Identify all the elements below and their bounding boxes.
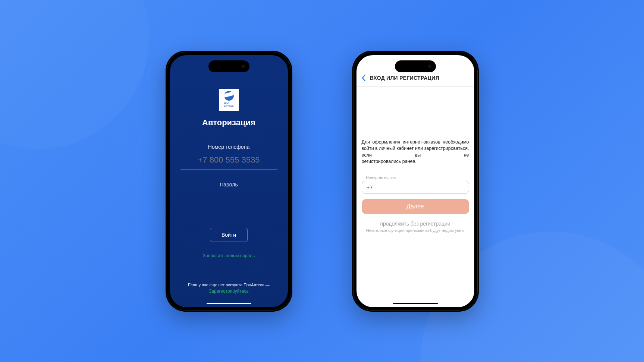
footer-text: Если у вас еще нет аккаунта ПроАптека — [188, 283, 270, 287]
logo-text: про аптека [224, 102, 233, 108]
description-text: Для оформления интернет-заказов необходи… [362, 139, 469, 176]
home-indicator [207, 303, 251, 304]
phone-input[interactable] [362, 181, 469, 194]
skip-note: Некоторые функции приложения будут недос… [362, 228, 469, 233]
register-link[interactable]: Зарегистрируйтесь [209, 289, 249, 294]
screen-body: Для оформления интернет-заказов необходи… [356, 87, 474, 233]
skip-registration-link[interactable]: продолжить без регистрации [362, 221, 469, 227]
app-logo: про аптека [219, 89, 239, 111]
nav-title: ВХОД ИЛИ РЕГИСТРАЦИЯ [370, 75, 440, 81]
phone-mockups-container: про аптека Авторизация Номер телефона Па… [0, 0, 644, 362]
next-button[interactable]: Далее [362, 199, 469, 214]
dynamic-island [395, 60, 436, 72]
phone-mockup-left: про аптека Авторизация Номер телефона Па… [166, 51, 292, 312]
login-button[interactable]: Войти [210, 228, 248, 242]
phone-field-label: Номер телефона [208, 144, 249, 150]
password-field-label: Пароль [220, 182, 238, 188]
phone-input[interactable] [180, 155, 277, 169]
divider [180, 209, 277, 209]
dynamic-island [208, 60, 249, 72]
registration-screen: ВХОД ИЛИ РЕГИСТРАЦИЯ Для оформления инте… [356, 55, 474, 307]
reset-password-link[interactable]: Запросить новый пароль [203, 253, 255, 258]
phone-mockup-right: ВХОД ИЛИ РЕГИСТРАЦИЯ Для оформления инте… [352, 51, 479, 312]
chevron-left-icon [361, 74, 366, 82]
divider [180, 169, 277, 170]
logo-line2: аптека [224, 105, 233, 108]
nav-bar: ВХОД ИЛИ РЕГИСТРАЦИЯ [356, 70, 474, 87]
phone-field-label: Номер телефона [366, 176, 469, 180]
login-screen: про аптека Авторизация Номер телефона Па… [170, 55, 288, 307]
page-title: Авторизация [202, 118, 255, 128]
password-input[interactable] [180, 193, 277, 209]
home-indicator [393, 303, 438, 304]
back-button[interactable] [360, 74, 367, 82]
globe-icon [224, 91, 234, 101]
